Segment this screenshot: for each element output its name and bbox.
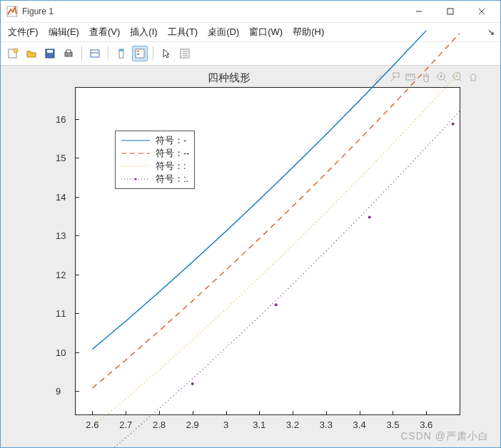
properties-button[interactable]	[177, 46, 193, 61]
y-tick-label: 9	[56, 386, 61, 397]
figure-window: Figure 1 文件(F) 编辑(E) 查看(V) 插入(I) 工具(T) 桌…	[0, 0, 501, 448]
colorbar-button[interactable]	[113, 46, 129, 61]
svg-point-6	[14, 49, 18, 53]
menu-view[interactable]: 查看(V)	[89, 26, 120, 39]
svg-line-33	[460, 79, 462, 81]
x-tick-label: 3.3	[320, 419, 333, 430]
svg-line-29	[444, 79, 446, 81]
brush-icon[interactable]	[373, 71, 385, 85]
titlebar: Figure 1	[1, 1, 500, 23]
svg-rect-14	[119, 49, 123, 51]
figure-canvas[interactable]: 四种线形 符号：- 符号：--	[1, 66, 500, 447]
matlab-icon	[6, 6, 18, 17]
menu-tools[interactable]: 工具(T)	[168, 26, 198, 39]
menu-help[interactable]: 帮助(H)	[293, 26, 324, 39]
maximize-button[interactable]	[435, 1, 466, 21]
zoom-in-icon[interactable]	[436, 71, 447, 85]
open-button[interactable]	[24, 46, 39, 61]
y-tick-label: 10	[56, 347, 66, 357]
y-tick-label: 13	[56, 230, 66, 241]
svg-rect-2	[447, 9, 453, 14]
x-tick-label: 2.9	[186, 419, 199, 430]
close-button[interactable]	[466, 1, 497, 21]
ruler-icon[interactable]	[405, 71, 416, 85]
legend-entry-dotted[interactable]: 符号：:	[120, 160, 190, 173]
svg-rect-8	[47, 50, 53, 53]
axes-toolbar	[373, 71, 479, 85]
toolbar	[1, 42, 500, 66]
x-tick-label: 2.7	[119, 419, 132, 430]
y-tick-label: 11	[56, 308, 66, 319]
toolbar-separator	[153, 46, 153, 61]
svg-rect-22	[393, 73, 399, 77]
svg-point-38	[452, 123, 455, 126]
menu-window[interactable]: 窗口(W)	[249, 26, 283, 39]
menu-edit[interactable]: 编辑(E)	[49, 26, 79, 39]
legend-entry-dashed[interactable]: 符号：--	[120, 147, 190, 160]
dock-arrow-icon[interactable]: ↘	[487, 27, 495, 37]
svg-point-43	[134, 178, 136, 180]
x-tick-label: 3.5	[386, 419, 399, 430]
legend-entry-solid[interactable]: 符号：-	[120, 134, 190, 147]
toolbar-separator	[108, 46, 108, 61]
x-tick-label: 2.6	[86, 419, 98, 430]
svg-rect-10	[66, 50, 71, 53]
y-tick-label: 15	[56, 153, 66, 163]
y-tick-label: 16	[56, 113, 66, 124]
save-button[interactable]	[42, 46, 58, 61]
legend-label: 符号：-	[156, 134, 186, 147]
x-tick-label: 3.2	[286, 419, 299, 430]
datatip-icon[interactable]	[389, 71, 400, 85]
toolbar-separator	[81, 46, 82, 61]
legend-label: 符号：:	[156, 160, 186, 173]
svg-line-23	[391, 77, 395, 81]
watermark: CSDN @严肃小白	[400, 430, 489, 443]
menu-desktop[interactable]: 桌面(D)	[208, 26, 239, 39]
y-tick-label: 12	[56, 269, 66, 280]
new-figure-button[interactable]	[5, 46, 21, 61]
x-tick-label: 3	[223, 419, 228, 430]
pan-icon[interactable]	[420, 71, 432, 85]
axes[interactable]: 符号：- 符号：-- 符号：: 符号：:. 2.62.72.82.933.13.…	[75, 87, 460, 415]
print-button[interactable]	[61, 46, 76, 61]
zoom-out-icon[interactable]	[452, 71, 463, 85]
x-tick-label: 3.4	[353, 419, 366, 430]
legend-button[interactable]	[132, 46, 148, 61]
x-tick-label: 3.6	[420, 419, 432, 430]
svg-point-35	[191, 382, 194, 385]
svg-rect-15	[136, 49, 144, 58]
legend-entry-dashdot[interactable]: 符号：:.	[120, 173, 190, 185]
svg-point-37	[368, 216, 371, 219]
menu-insert[interactable]: 插入(I)	[130, 26, 157, 39]
pointer-button[interactable]	[158, 46, 174, 61]
legend-label: 符号：--	[156, 147, 190, 160]
link-button[interactable]	[87, 46, 103, 61]
svg-rect-11	[91, 50, 99, 57]
legend-label: 符号：:.	[156, 173, 188, 185]
window-title: Figure 1	[22, 6, 54, 16]
menu-file[interactable]: 文件(F)	[8, 26, 39, 39]
x-tick-label: 2.8	[153, 419, 166, 430]
svg-point-36	[275, 303, 278, 306]
menubar: 文件(F) 编辑(E) 查看(V) 插入(I) 工具(T) 桌面(D) 窗口(W…	[1, 23, 500, 42]
x-tick-label: 3.1	[253, 419, 265, 430]
minimize-button[interactable]	[403, 1, 435, 21]
legend[interactable]: 符号：- 符号：-- 符号：: 符号：:.	[115, 131, 195, 189]
home-icon[interactable]	[467, 71, 479, 85]
y-tick-label: 14	[56, 191, 66, 202]
